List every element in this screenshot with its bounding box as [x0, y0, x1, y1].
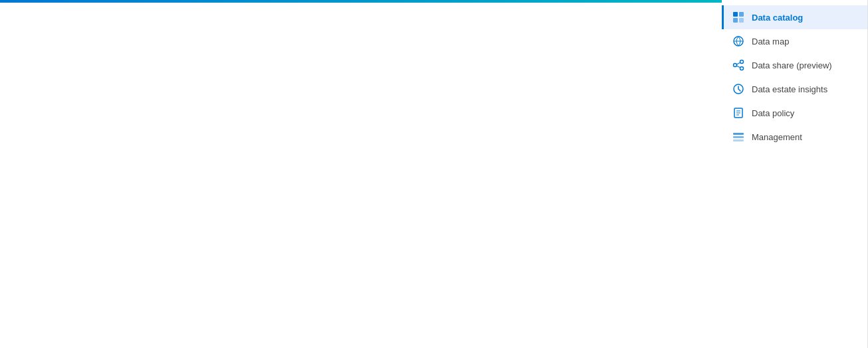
sidebar-item-data-catalog[interactable]: Data catalog	[722, 5, 867, 29]
sidebar-item-data-share[interactable]: Data share (preview)	[722, 53, 867, 77]
sidebar-item-data-estate[interactable]: Data estate insights	[722, 77, 867, 101]
sidebar-item-data-policy[interactable]: Data policy	[722, 101, 867, 125]
insights-icon	[732, 82, 745, 96]
svg-point-6	[734, 64, 737, 67]
svg-rect-2	[733, 18, 738, 23]
svg-line-9	[736, 66, 740, 68]
sidebar-item-label: Data map	[752, 37, 789, 46]
sidebar-item-label: Data catalog	[752, 13, 803, 23]
sidebar-item-label: Data policy	[752, 108, 794, 118]
catalog-icon	[732, 11, 745, 24]
top-accent-bar	[0, 0, 722, 3]
svg-rect-3	[739, 18, 744, 23]
map-icon	[732, 35, 745, 48]
sidebar: Data catalog Data map Data share (previe…	[722, 0, 868, 348]
policy-icon	[732, 106, 745, 120]
sidebar-item-management[interactable]: Management	[722, 125, 867, 149]
svg-rect-17	[733, 139, 744, 141]
svg-rect-15	[733, 133, 744, 135]
share-icon	[732, 58, 745, 72]
svg-line-8	[736, 62, 740, 64]
management-icon	[732, 130, 745, 143]
svg-rect-1	[739, 12, 744, 17]
sidebar-item-data-map[interactable]: Data map	[722, 29, 867, 53]
svg-point-7	[740, 67, 744, 70]
sidebar-item-label: Management	[752, 132, 802, 142]
svg-point-5	[740, 60, 744, 64]
sidebar-item-label: Data share (preview)	[752, 60, 832, 70]
sidebar-item-label: Data estate insights	[752, 84, 827, 94]
svg-rect-0	[733, 12, 738, 17]
svg-rect-16	[733, 136, 744, 138]
